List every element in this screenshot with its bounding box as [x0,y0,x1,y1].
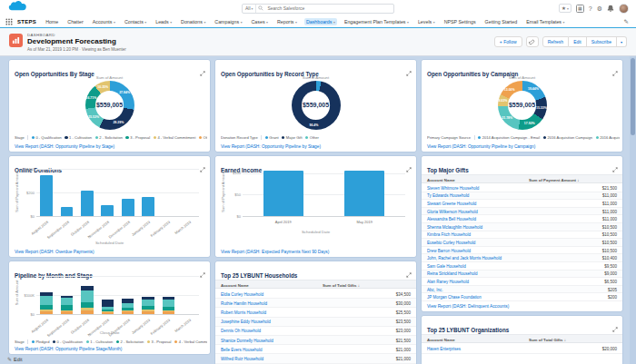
column-header-sum-of-total-gifts[interactable]: Sum of Total Gifts ↓ [323,283,360,288]
view-report-link[interactable]: View Report (DASH: Overdue Payments) [15,250,94,254]
account-name-link[interactable]: Eusebio Curley Household [427,240,475,244]
stack-segment-0-qualification[interactable] [102,300,114,307]
stack-segment-2-solicitation[interactable] [102,310,114,311]
bar-december-2018[interactable] [122,199,134,217]
account-name-link[interactable]: JP Morgan Chase Foundation [427,295,482,300]
tab-reports[interactable]: Reports▾ [275,18,299,25]
expand-icon[interactable] [200,160,205,176]
stack-segment-2-solicitation[interactable] [81,302,93,308]
column-header-account-name[interactable]: Account Name [427,178,455,182]
account-name-link[interactable]: Abc, Inc. [427,287,443,291]
subscribe-button[interactable]: Subscribe [587,36,617,47]
donut-chart[interactable]: $559,005 [85,81,134,130]
stack-segment-1-cultivation[interactable] [61,298,73,305]
stack-segment-4-verbal-commitment[interactable] [122,311,134,314]
tab-email-templates[interactable]: Email Templates▾ [524,18,566,25]
bar-april-2019[interactable] [263,171,303,216]
expand-icon[interactable] [200,265,205,281]
stack-segment-3-proposal[interactable] [102,311,114,312]
tab-dashboards[interactable]: Dashboards▾ [304,18,337,25]
stack-segment-1-cultivation[interactable] [122,303,134,308]
avatar[interactable] [619,4,629,14]
stack-segment-4-verbal-commitment[interactable] [81,310,93,314]
account-name-link[interactable]: Shenna Mclaughlin Household [427,224,482,229]
app-launcher-icon[interactable] [5,18,13,25]
tab-donations[interactable]: Donations▾ [179,18,207,25]
edit-button[interactable]: Edit [569,36,587,47]
account-name-link[interactable]: Alessandra Bell Household [427,217,476,221]
attach-icon-button[interactable] [526,36,539,47]
stack-segment-0-qualification[interactable] [142,297,154,300]
stack-segment-0-qualification[interactable] [61,296,73,298]
dashboard-edit-control[interactable]: ✎ Edit [7,356,23,362]
stack-segment-1-cultivation[interactable] [40,296,52,305]
tab-engagement-plan-templates[interactable]: Engagement Plan Templates▾ [343,18,411,25]
account-name-link[interactable]: John, Rachel and Jack Morris Household [427,256,502,261]
search-input[interactable] [265,5,393,11]
account-name-link[interactable]: Eldia Curley Household [221,291,263,296]
tab-contacts[interactable]: Contacts▾ [123,18,148,25]
tab-cases[interactable]: Cases▾ [250,18,270,25]
bar-august-2018[interactable] [40,175,53,217]
follow-button[interactable]: + Follow [494,36,522,47]
view-report-link[interactable]: View Report (DASH: Opportunity Pipeline … [15,347,122,351]
stack-segment-3-proposal[interactable] [142,310,154,311]
stack-segment-0-qualification[interactable] [81,286,93,290]
favorites-icon[interactable]: ★▾ [559,4,571,13]
tab-campaigns[interactable]: Campaigns▾ [213,18,243,25]
stack-segment-3-proposal[interactable] [81,308,93,310]
tab-levels[interactable]: Levels▾ [416,18,437,25]
notifications-bell-icon[interactable] [607,5,614,12]
stack-segment-3-proposal[interactable] [40,310,52,311]
stack-segment-0-qualification[interactable] [40,292,52,297]
account-name-link[interactable]: Josephine Eddy Household [221,320,271,324]
stack-segment-4-verbal-commitment[interactable] [142,311,154,314]
account-name-link[interactable]: Alan Raney Household [427,279,469,283]
account-name-link[interactable]: Belle Evers Household [221,347,263,351]
stack-segment-1-cultivation[interactable] [163,300,174,307]
stack-segment-2-solicitation[interactable] [163,307,174,310]
column-header-sum-of-payment-amount[interactable]: Sum of Payment Amount ↓ [529,178,579,182]
tab-npsp-settings[interactable]: NPSP Settings [442,18,478,25]
help-icon[interactable]: ? [589,5,592,12]
bar-may-2019[interactable] [344,171,384,216]
bar-november-2018[interactable] [101,205,114,216]
stack-segment-3-proposal[interactable] [122,310,134,312]
account-name-link[interactable]: Shanice Donnelly Household [221,338,273,342]
stack-segment-4-verbal-commitment[interactable] [163,311,174,314]
account-name-link[interactable]: Wilfred Ruiz Household [221,356,263,360]
stack-segment-4-verbal-commitment[interactable] [102,312,114,314]
search-scope-selector[interactable]: All ▾ [243,5,256,13]
bar-september-2018[interactable] [61,207,74,216]
stack-segment-0-qualification[interactable] [163,297,174,300]
account-name-link[interactable]: Steven Whitmore Household [427,185,479,190]
account-name-link[interactable]: Stewart Greene Household [427,201,476,205]
guidance-icon[interactable]: ▦ [576,5,584,13]
tab-leads[interactable]: Leads▾ [154,18,174,25]
account-name-link[interactable]: Drew Barron Household [427,248,471,252]
account-name-link[interactable]: Ruthie Hamlin Household [221,300,267,305]
expand-icon[interactable] [406,160,412,176]
stack-segment-2-solicitation[interactable] [61,305,73,310]
setup-gear-icon[interactable]: ⚙ [597,5,602,12]
tab-accounts[interactable]: Accounts▾ [91,18,117,25]
column-header-account-name[interactable]: Account Name [221,283,249,288]
column-header-account-name[interactable]: Account Name [427,338,455,342]
account-name-link[interactable]: Sam Gale Household [427,263,466,268]
view-report-link[interactable]: View Report (DASH: Delinquent Accounts) [427,304,509,309]
refresh-button[interactable]: Refresh [542,36,570,47]
stack-segment-3-proposal[interactable] [61,310,73,312]
account-name-link[interactable]: Ty Edwards Household [427,193,469,198]
view-report-link[interactable]: View Report (DASH: Expected Payments Nex… [221,250,329,254]
stack-segment-3-proposal[interactable] [163,310,174,312]
salesforce-logo[interactable] [7,0,29,16]
view-report-link[interactable]: View Report (DASH: Opportunity Pipeline … [221,144,321,149]
scrollbar[interactable] [630,56,636,364]
stack-segment-2-solicitation[interactable] [40,305,52,310]
stack-segment-1-cultivation[interactable] [81,290,93,303]
view-report-link[interactable]: View Report (DASH: Opportunity Pipeline … [427,144,535,149]
tab-chatter[interactable]: Chatter [65,18,84,25]
stack-segment-0-qualification[interactable] [122,299,134,303]
account-name-link[interactable]: Reina Strickland Household [427,271,478,276]
view-report-link[interactable]: View Report (DASH: Opportunity Pipeline … [15,144,114,149]
